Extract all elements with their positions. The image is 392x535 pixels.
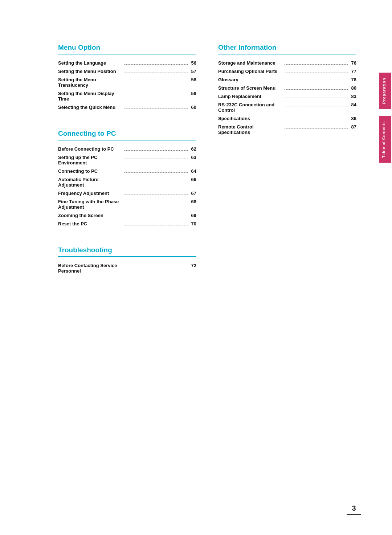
toc-page: 63 bbox=[189, 155, 196, 160]
toc-dots bbox=[124, 181, 188, 181]
toc-label: Storage and Maintenance bbox=[218, 60, 283, 66]
tab-table-of-contents[interactable]: Table of Contents bbox=[379, 116, 391, 163]
toc-item: Fine Tuning with the Phase Adjustment 68 bbox=[58, 197, 196, 211]
toc-label: Automatic Picture Adjustment bbox=[58, 177, 123, 188]
toc-dots bbox=[124, 150, 188, 151]
menu-option-items: Setting the Language 56 Setting the Menu… bbox=[58, 59, 196, 111]
toc-dots bbox=[124, 195, 188, 195]
toc-dots bbox=[124, 81, 188, 81]
toc-page: 60 bbox=[189, 105, 196, 110]
toc-item: Connecting to PC 64 bbox=[58, 167, 196, 175]
toc-item: Remote Control Specifications 87 bbox=[218, 123, 356, 136]
toc-dots bbox=[124, 159, 188, 159]
toc-dots bbox=[285, 64, 348, 65]
toc-dots bbox=[124, 64, 188, 65]
toc-label: Setting the Language bbox=[58, 60, 123, 66]
other-information-items: Storage and Maintenance 76 Purchasing Op… bbox=[218, 59, 356, 136]
toc-label: Frequency Adjustment bbox=[58, 191, 123, 196]
page-number-underline bbox=[347, 514, 361, 515]
section-troubleshooting: Troubleshooting Before Contacting Servic… bbox=[58, 246, 196, 275]
tab-preparation[interactable]: Preparation bbox=[379, 73, 391, 109]
sidebar-tabs: Preparation Table of Contents bbox=[378, 0, 392, 535]
toc-dots bbox=[124, 203, 188, 203]
toc-label: Before Connecting to PC bbox=[58, 146, 123, 152]
toc-page: 77 bbox=[349, 69, 356, 74]
toc-label: Remote Control Specifications bbox=[218, 124, 283, 135]
section-other-information: Other Information Storage and Maintenanc… bbox=[218, 44, 356, 136]
toc-label: Specifications bbox=[218, 116, 283, 121]
toc-page: 62 bbox=[189, 146, 196, 152]
toc-dots bbox=[124, 73, 188, 73]
toc-label: Selecting the Quick Menu bbox=[58, 105, 123, 110]
toc-item: Setting the Menu Translucency 58 bbox=[58, 75, 196, 89]
toc-dots bbox=[285, 128, 348, 128]
two-column-layout: Menu Option Setting the Language 56 Sett… bbox=[58, 44, 356, 293]
troubleshooting-items: Before Contacting Service Personnel 72 bbox=[58, 261, 196, 275]
toc-item: Reset the PC 70 bbox=[58, 220, 196, 228]
toc-item: Automatic Picture Adjustment 66 bbox=[58, 175, 196, 189]
toc-dots bbox=[124, 217, 188, 217]
toc-page: 66 bbox=[189, 177, 196, 182]
toc-dots bbox=[124, 95, 188, 95]
connecting-to-pc-title: Connecting to PC bbox=[58, 130, 196, 140]
main-content: Menu Option Setting the Language 56 Sett… bbox=[0, 0, 378, 535]
toc-page: 69 bbox=[189, 213, 196, 218]
toc-label: Lamp Replacement bbox=[218, 94, 283, 99]
toc-page: 70 bbox=[189, 221, 196, 226]
toc-page: 59 bbox=[189, 91, 196, 96]
right-column: Other Information Storage and Maintenanc… bbox=[218, 44, 356, 293]
toc-dots bbox=[285, 98, 348, 98]
toc-label: Setting up the PC Environment bbox=[58, 155, 123, 166]
toc-label: Connecting to PC bbox=[58, 168, 123, 174]
toc-dots bbox=[124, 225, 188, 225]
page-container: Menu Option Setting the Language 56 Sett… bbox=[0, 0, 392, 535]
toc-label: Before Contacting Service Personnel bbox=[58, 263, 123, 274]
toc-page: 83 bbox=[349, 94, 356, 99]
toc-item: Frequency Adjustment 67 bbox=[58, 189, 196, 197]
page-number-area: 3 bbox=[347, 504, 361, 515]
toc-item: Lamp Replacement 83 bbox=[218, 92, 356, 101]
left-column: Menu Option Setting the Language 56 Sett… bbox=[58, 44, 196, 293]
toc-item: Specifications 86 bbox=[218, 114, 356, 123]
toc-item: Selecting the Quick Menu 60 bbox=[58, 103, 196, 111]
toc-item: Setting the Language 56 bbox=[58, 59, 196, 67]
toc-page: 76 bbox=[349, 60, 356, 66]
toc-item: Before Contacting Service Personnel 72 bbox=[58, 261, 196, 275]
menu-option-title: Menu Option bbox=[58, 44, 196, 54]
toc-label: Glossary bbox=[218, 77, 283, 82]
section-menu-option: Menu Option Setting the Language 56 Sett… bbox=[58, 44, 196, 111]
toc-page: 78 bbox=[349, 77, 356, 82]
toc-item: Glossary 78 bbox=[218, 75, 356, 84]
toc-page: 64 bbox=[189, 168, 196, 174]
other-information-title: Other Information bbox=[218, 44, 356, 54]
toc-page: 57 bbox=[189, 69, 196, 74]
toc-label: Fine Tuning with the Phase Adjustment bbox=[58, 199, 123, 210]
page-number: 3 bbox=[347, 504, 361, 512]
toc-item: Setting the Menu Display Time 59 bbox=[58, 89, 196, 103]
toc-dots bbox=[285, 73, 348, 73]
connecting-to-pc-items: Before Connecting to PC 62 Setting up th… bbox=[58, 145, 196, 228]
toc-label: Purchasing Optional Parts bbox=[218, 69, 283, 74]
toc-page: 58 bbox=[189, 77, 196, 82]
toc-page: 80 bbox=[349, 85, 356, 91]
toc-label: RS-232C Connection and Control bbox=[218, 102, 283, 113]
toc-item: RS-232C Connection and Control 84 bbox=[218, 101, 356, 114]
toc-dots bbox=[285, 89, 348, 90]
toc-page: 67 bbox=[189, 191, 196, 196]
toc-label: Setting the Menu Position bbox=[58, 69, 123, 74]
toc-item: Structure of Screen Menu 80 bbox=[218, 84, 356, 92]
toc-page: 56 bbox=[189, 60, 196, 66]
toc-label: Setting the Menu Translucency bbox=[58, 77, 123, 88]
toc-dots bbox=[285, 120, 348, 120]
toc-item: Purchasing Optional Parts 77 bbox=[218, 67, 356, 75]
toc-item: Before Connecting to PC 62 bbox=[58, 145, 196, 153]
toc-label: Setting the Menu Display Time bbox=[58, 91, 123, 102]
toc-dots bbox=[285, 106, 348, 106]
toc-dots bbox=[124, 267, 188, 267]
toc-page: 72 bbox=[189, 263, 196, 268]
toc-item: Setting the Menu Position 57 bbox=[58, 67, 196, 75]
toc-page: 86 bbox=[349, 116, 356, 121]
toc-page: 68 bbox=[189, 199, 196, 204]
troubleshooting-title: Troubleshooting bbox=[58, 246, 196, 257]
toc-dots bbox=[124, 109, 188, 109]
